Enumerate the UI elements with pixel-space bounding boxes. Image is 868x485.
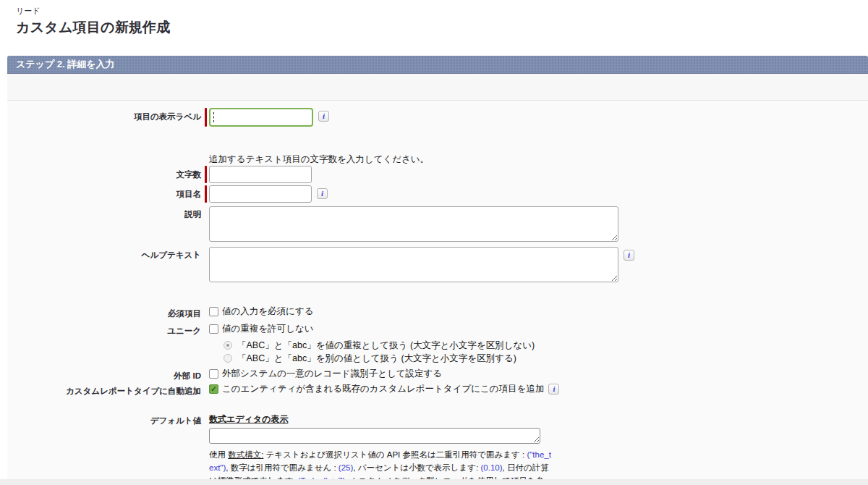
required-bar: [205, 108, 207, 127]
text-caret: [213, 112, 214, 122]
length-input[interactable]: [209, 166, 312, 183]
example-number-link[interactable]: (25): [339, 463, 353, 472]
length-label: 文字数: [7, 166, 201, 180]
page-header: リード カスタム項目の新規作成: [16, 6, 170, 37]
case-sensitive-radio: [224, 354, 232, 363]
unique-case-sensitive-row: 「ABC」と「abc」を別の値として扱う (大文字と小文字を区別する): [7, 353, 868, 364]
length-hint-row: 追加するテキスト項目の文字数を入力してください。: [7, 153, 868, 166]
case-insensitive-radio: [224, 341, 232, 350]
field-name-label: 項目名: [7, 185, 201, 199]
legend-strip: [7, 74, 868, 101]
field-name-input[interactable]: [209, 185, 312, 203]
info-icon[interactable]: i: [624, 250, 634, 261]
info-icon[interactable]: i: [548, 384, 559, 395]
description-textarea[interactable]: [209, 206, 618, 242]
description-row: 説明: [7, 206, 868, 242]
case-insensitive-label: 「ABC」と「abc」を値の重複として扱う (大文字と小文字を区別しない): [237, 340, 535, 351]
help-text-label: ヘルプテキスト: [7, 247, 201, 260]
report-type-checkbox[interactable]: ✓: [209, 384, 218, 394]
required-field-row: 必須項目 値の入力を必須にする: [7, 306, 868, 319]
report-type-option-label: このエンティティが含まれる既存のカスタムレポートタイプにこの項目を追加: [222, 384, 544, 395]
breadcrumb: リード: [16, 6, 170, 17]
help-text-row: ヘルプテキスト i: [7, 247, 868, 282]
unique-label: ユニーク: [7, 324, 201, 336]
length-hint-text: 追加するテキスト項目の文字数を入力してください。: [209, 153, 429, 166]
field-label-label: 項目の表示ラベル: [7, 108, 201, 122]
wizard-panel: ステップ 2. 詳細を入力 項目の表示ラベル i 追加するテキスト項目の文字数を…: [7, 56, 868, 479]
step-header-bar: ステップ 2. 詳細を入力: [7, 56, 868, 74]
default-value-row: デフォルト値 数式エディタの表示 使用 数式構文: テキストおよび選択リスト値の…: [7, 412, 868, 485]
length-row: 文字数: [7, 166, 868, 183]
field-label-input[interactable]: [209, 108, 313, 127]
external-id-option-label: 外部システムの一意のレコード識別子として設定する: [222, 368, 442, 379]
step-title: ステップ 2. 詳細を入力: [16, 58, 115, 71]
unique-option-label: 値の重複を許可しない: [222, 324, 313, 334]
form-body: 項目の表示ラベル i 追加するテキスト項目の文字数を入力してください。 文字数: [7, 108, 868, 485]
info-icon[interactable]: i: [317, 188, 328, 199]
unique-case-insensitive-row: 「ABC」と「abc」を値の重複として扱う (大文字と小文字を区別しない): [7, 340, 868, 351]
required-bar: [205, 185, 207, 203]
formula-syntax-link[interactable]: 数式構文:: [228, 450, 263, 459]
unique-checkbox[interactable]: [209, 324, 218, 334]
external-id-label: 外部 ID: [7, 368, 201, 381]
page-title: カスタム項目の新規作成: [16, 18, 170, 37]
default-value-label: デフォルト値: [7, 412, 201, 426]
field-name-row: 項目名 i: [7, 185, 868, 203]
description-label: 説明: [7, 206, 201, 219]
default-value-textarea[interactable]: [209, 428, 540, 444]
required-checkbox[interactable]: [209, 307, 218, 316]
required-option-label: 値の入力を必須にする: [222, 306, 313, 317]
info-icon[interactable]: i: [318, 111, 329, 122]
report-type-row: カスタムレポートタイプに自動追加 ✓ このエンティティが含まれる既存のカスタムレ…: [7, 384, 868, 396]
case-sensitive-label: 「ABC」と「abc」を別の値として扱う (大文字と小文字を区別する): [237, 353, 516, 364]
example-percent-link[interactable]: (0.10): [481, 463, 503, 472]
external-id-checkbox[interactable]: [209, 369, 218, 379]
page-bottom-strip: [0, 479, 868, 485]
report-type-label: カスタムレポートタイプに自動追加: [7, 384, 201, 396]
required-bar: [205, 166, 207, 183]
external-id-row: 外部 ID 外部システムの一意のレコード識別子として設定する: [7, 368, 868, 381]
field-label-row: 項目の表示ラベル i: [7, 108, 868, 127]
required-field-label: 必須項目: [7, 306, 201, 319]
unique-row: ユニーク 値の重複を許可しない: [7, 324, 868, 336]
help-text-textarea[interactable]: [209, 247, 618, 282]
formula-editor-link[interactable]: 数式エディタの表示: [209, 414, 288, 424]
